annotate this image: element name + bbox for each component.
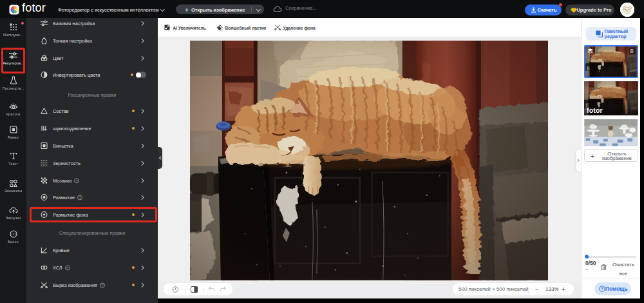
svg-text:?: ? <box>601 286 603 291</box>
